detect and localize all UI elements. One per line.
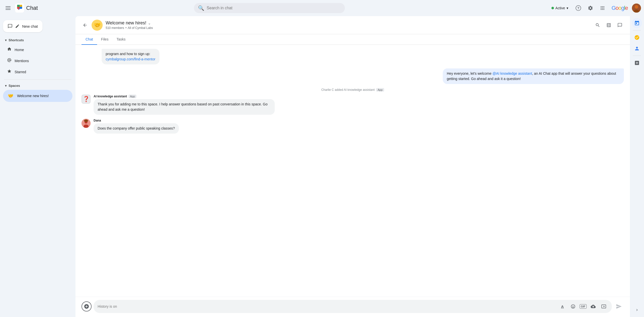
- apps-button[interactable]: [597, 3, 608, 13]
- contacts-app-button[interactable]: [632, 44, 642, 54]
- home-icon: [7, 47, 12, 53]
- google-logo: Google: [612, 5, 628, 11]
- send-button[interactable]: [614, 301, 624, 311]
- top-bar: Chat 🔍 Active ▾ ?: [0, 0, 644, 16]
- search-icon: 🔍: [198, 5, 204, 11]
- chat-title-chevron: ⌄: [148, 21, 151, 25]
- header-search-button[interactable]: [593, 20, 603, 30]
- space-header-avatar: 🤝: [92, 20, 103, 31]
- sidebar-item-mentions[interactable]: Mentions: [3, 55, 72, 66]
- sidebar-item-starred[interactable]: Starred: [3, 66, 72, 77]
- spaces-section: ▾ Spaces 🤝 Welcome new hires!: [0, 82, 75, 102]
- dana-avatar: [82, 119, 91, 128]
- tasks-app-button[interactable]: [632, 32, 642, 43]
- calendar-app-button[interactable]: [632, 18, 642, 28]
- svg-rect-2: [6, 9, 11, 10]
- gif-button[interactable]: GIF: [580, 304, 587, 309]
- spaces-label: Spaces: [9, 84, 20, 88]
- search-input[interactable]: [207, 6, 341, 10]
- app-badge: App: [376, 88, 384, 92]
- tab-files[interactable]: Files: [97, 34, 113, 45]
- status-label: Active: [555, 6, 565, 10]
- new-chat-button[interactable]: New chat: [3, 20, 43, 32]
- svg-rect-1: [6, 8, 11, 8]
- top-bar-left: Chat: [3, 3, 84, 13]
- app-title: Chat: [26, 5, 38, 11]
- system-message-text: Charlie C added AI knowledge assistant: [321, 88, 375, 92]
- video-button[interactable]: [600, 302, 608, 310]
- chat-logo-icon: [15, 4, 24, 13]
- hamburger-menu-button[interactable]: [3, 3, 13, 13]
- search-bar[interactable]: 🔍: [194, 3, 345, 13]
- tab-tasks[interactable]: Tasks: [112, 34, 130, 45]
- message-input-box: A GIF: [94, 300, 612, 313]
- dana-message-content: Dana Does the company offer public speak…: [94, 119, 179, 134]
- sidebar-item-welcome-space[interactable]: 🤝 Welcome new hires!: [3, 90, 72, 102]
- mentions-label: Mentions: [15, 59, 29, 63]
- search-container: 🔍: [179, 3, 360, 13]
- spaces-chevron: ▾: [5, 84, 7, 88]
- chat-title[interactable]: Welcome new hires! ⌄: [106, 20, 593, 26]
- bot-avatar: ❓: [82, 95, 91, 104]
- chat-tabs: Chat Files Tasks: [75, 34, 630, 45]
- space-name: Welcome new hires!: [17, 94, 49, 98]
- emoji-button[interactable]: [569, 302, 577, 310]
- message-bubble: program and how to sign up: cymbalgroup.…: [102, 49, 159, 64]
- chat-subtitle: 510 members • All of Cymbal Labs: [106, 26, 593, 30]
- chat-title-text: Welcome new hires!: [106, 20, 146, 26]
- starred-icon: [7, 69, 12, 75]
- svg-point-7: [635, 5, 638, 9]
- edit-icon: [15, 24, 20, 28]
- bot-message-bubble: Thank you for adding me to this space. I…: [94, 99, 275, 115]
- header-threads-button[interactable]: [615, 20, 625, 30]
- right-sidebar: [630, 16, 644, 317]
- tab-chat[interactable]: Chat: [82, 34, 97, 45]
- right-sidebar-divider: [633, 30, 641, 30]
- app-logo: Chat: [15, 4, 38, 13]
- format-text-button[interactable]: A: [558, 302, 567, 310]
- input-row: A GIF: [82, 300, 624, 313]
- shortcuts-section: ▾ Shortcuts Home Mentions Starred: [0, 36, 75, 77]
- input-area: A GIF: [75, 297, 630, 317]
- message-row: program and how to sign up: cymbalgroup.…: [82, 49, 624, 64]
- help-button[interactable]: ?: [573, 3, 583, 13]
- bot-app-badge: App: [129, 95, 137, 98]
- bot-name: AI knowledge assistant: [94, 95, 127, 98]
- top-bar-right: Active ▾ ? Google: [548, 3, 641, 13]
- new-chat-icon: [8, 24, 13, 29]
- right-sidebar-divider-2: [633, 56, 641, 56]
- mentor-link[interactable]: cymbalgroup.com/find-a-mentor: [106, 57, 155, 61]
- svg-rect-0: [6, 6, 11, 7]
- message-content: program and how to sign up: cymbalgroup.…: [102, 49, 159, 64]
- system-message: Charlie C added AI knowledge assistant A…: [82, 88, 624, 92]
- settings-button[interactable]: [585, 3, 595, 13]
- home-label: Home: [15, 48, 24, 52]
- add-attachment-button[interactable]: [82, 301, 92, 311]
- user-avatar[interactable]: [632, 4, 641, 13]
- upload-button[interactable]: [589, 302, 597, 310]
- collapse-button[interactable]: [633, 307, 641, 313]
- chat-header: 🤝 Welcome new hires! ⌄ 510 members • All…: [75, 16, 630, 34]
- new-chat-label: New chat: [22, 24, 38, 28]
- sidebar-divider: [4, 80, 71, 80]
- shortcuts-header[interactable]: ▾ Shortcuts: [2, 36, 73, 44]
- message-row-right: Hey everyone, let's welcome @AI knowledg…: [82, 68, 624, 84]
- mentions-icon: [7, 58, 12, 64]
- status-dot: [551, 7, 554, 9]
- ai-mention: @AI knowledge assistant: [493, 71, 532, 75]
- space-emoji: 🤝: [7, 92, 14, 99]
- active-status-button[interactable]: Active ▾: [548, 5, 571, 12]
- spaces-header[interactable]: ▾ Spaces: [2, 82, 73, 90]
- header-panel-button[interactable]: [604, 20, 614, 30]
- header-actions: [593, 20, 625, 30]
- chat-header-info: Welcome new hires! ⌄ 510 members • All o…: [106, 20, 593, 30]
- message-input[interactable]: [98, 304, 556, 308]
- back-button[interactable]: [80, 21, 90, 30]
- svg-text:?: ?: [577, 6, 579, 10]
- own-message-bubble: Hey everyone, let's welcome @AI knowledg…: [443, 68, 624, 84]
- bot-message-content: AI knowledge assistant App Thank you for…: [94, 95, 275, 115]
- sidebar-item-home[interactable]: Home: [3, 44, 72, 55]
- add-app-button[interactable]: [632, 58, 642, 68]
- own-message-content: Hey everyone, let's welcome @AI knowledg…: [443, 68, 624, 84]
- dana-message-bubble: Does the company offer public speaking c…: [94, 123, 179, 134]
